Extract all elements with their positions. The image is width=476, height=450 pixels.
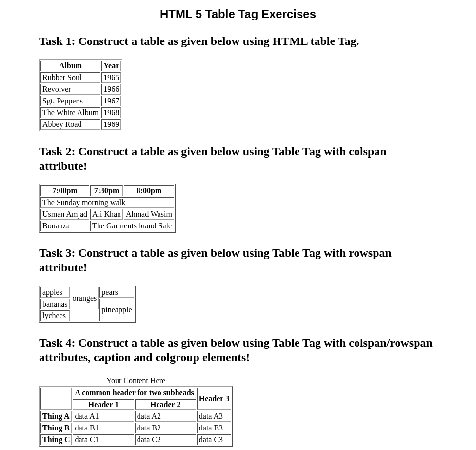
task4-rowlabel: Thing A bbox=[40, 411, 72, 422]
task1-cell: Sgt. Pepper's bbox=[40, 96, 100, 106]
task1-cell: The White Album bbox=[40, 107, 100, 118]
page-title: HTML 5 Table Tag Exercises bbox=[39, 7, 437, 21]
task1-cell: Revolver bbox=[40, 84, 100, 95]
task4-heading: Task 4: Construct a table as given below… bbox=[39, 335, 437, 365]
task3-cell: pears bbox=[99, 287, 134, 298]
table-row: Rubber Soul 1965 bbox=[40, 72, 121, 83]
task1-cell: Abbey Road bbox=[40, 119, 100, 130]
task4-caption: Your Content Here bbox=[39, 375, 233, 386]
task4-cell: data C2 bbox=[135, 434, 196, 445]
task1-header-year: Year bbox=[101, 61, 121, 71]
table-row: Usman Amjad Ali Khan Ahmad Wasim bbox=[40, 209, 174, 220]
task3-cell: apples bbox=[40, 287, 70, 298]
task2-heading: Task 2: Construct a table as given below… bbox=[39, 144, 437, 173]
task1-header-album: Album bbox=[40, 61, 100, 71]
table-row: Sgt. Pepper's 1967 bbox=[40, 96, 121, 106]
task2-cell: Usman Amjad bbox=[40, 209, 89, 220]
table-row: The White Album 1968 bbox=[40, 107, 121, 118]
task4-header3: Header 3 bbox=[197, 388, 231, 410]
task4-cell: data A3 bbox=[197, 411, 231, 422]
task1-cell: 1969 bbox=[101, 119, 121, 130]
task3-cell: lychees bbox=[40, 310, 70, 321]
task2-cell: Bonanza bbox=[40, 221, 89, 231]
table-row: Thing C data C1 data C2 data C3 bbox=[40, 434, 231, 445]
table-row: apples oranges pears bbox=[40, 287, 134, 298]
task3-heading: Task 3: Construct a table as given below… bbox=[39, 245, 437, 275]
task4-cell: data C3 bbox=[197, 434, 231, 445]
task4-cell: data B2 bbox=[135, 423, 196, 433]
task3-cell: bananas bbox=[40, 299, 70, 309]
table-row: Thing A data A1 data A2 data A3 bbox=[40, 411, 231, 422]
task3-cell: oranges bbox=[71, 287, 99, 309]
task4-cell: data B1 bbox=[73, 423, 134, 433]
task2-header: 7:30pm bbox=[90, 185, 123, 196]
task1-cell: 1967 bbox=[101, 96, 121, 106]
table-row: Thing B data B1 data B2 data B3 bbox=[40, 423, 231, 433]
task4-rowlabel: Thing B bbox=[40, 423, 72, 433]
task2-cell: The Garments brand Sale bbox=[90, 221, 174, 231]
task1-table: Album Year Rubber Soul 1965 Revolver 196… bbox=[39, 59, 122, 131]
task4-cell: data C1 bbox=[73, 434, 134, 445]
task4-cell: data B3 bbox=[197, 423, 231, 433]
task1-cell: 1965 bbox=[101, 72, 121, 83]
table-row: Revolver 1966 bbox=[40, 84, 121, 95]
task2-table: 7:00pm 7:30pm 8:00pm The Sunday morning … bbox=[39, 184, 176, 233]
task4-header2: Header 2 bbox=[135, 399, 196, 410]
task3-table: apples oranges pears bananas pineapple l… bbox=[39, 286, 136, 323]
task1-heading: Task 1: Construct a table as given below… bbox=[39, 34, 437, 48]
task2-cell: The Sunday morning walk bbox=[40, 197, 174, 208]
task4-cell: data A2 bbox=[135, 411, 196, 422]
table-row: Bonanza The Garments brand Sale bbox=[40, 221, 174, 231]
task2-cell: Ali Khan bbox=[90, 209, 123, 220]
task3-cell: pineapple bbox=[99, 299, 134, 321]
task1-cell: 1966 bbox=[101, 84, 121, 95]
task4-table: Your Content Here A common header for tw… bbox=[39, 375, 233, 447]
task1-cell: Rubber Soul bbox=[40, 72, 100, 83]
task4-common-header: A common header for two subheads bbox=[73, 388, 196, 398]
task4-rowlabel: Thing C bbox=[40, 434, 72, 445]
task2-header: 7:00pm bbox=[40, 185, 89, 196]
task4-header1: Header 1 bbox=[73, 399, 134, 410]
task1-cell: 1968 bbox=[101, 107, 121, 118]
task4-corner bbox=[40, 388, 72, 410]
task2-cell: Ahmad Wasim bbox=[124, 209, 174, 220]
task2-header: 8:00pm bbox=[124, 185, 174, 196]
table-row: The Sunday morning walk bbox=[40, 197, 174, 208]
table-row: Abbey Road 1969 bbox=[40, 119, 121, 130]
task4-cell: data A1 bbox=[73, 411, 134, 422]
